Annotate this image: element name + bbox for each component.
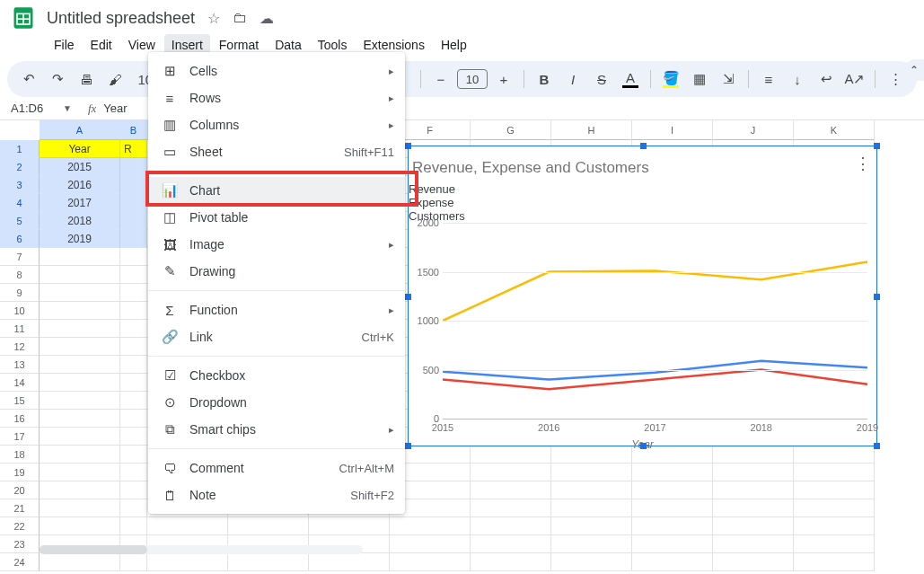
cell-B8[interactable] <box>120 266 147 284</box>
cell-A15[interactable] <box>40 392 120 410</box>
cell-B19[interactable] <box>120 464 147 481</box>
cell-G24[interactable] <box>471 553 551 571</box>
embedded-chart[interactable]: ⋮ Revenue, Expense and Customers Revenue… <box>408 146 877 446</box>
cell-B9[interactable] <box>120 284 147 302</box>
cell-D22[interactable] <box>228 517 309 535</box>
cell-I24[interactable] <box>632 553 713 571</box>
redo-button[interactable]: ↷ <box>45 66 70 92</box>
row-head-15[interactable]: 15 <box>0 392 40 410</box>
cell-J19[interactable] <box>713 464 794 481</box>
cell-H23[interactable] <box>551 535 632 553</box>
insert-columns[interactable]: ▥Columns▸ <box>148 111 405 138</box>
cell-B6[interactable] <box>120 230 147 248</box>
row-head-21[interactable]: 21 <box>0 499 40 517</box>
cell-A8[interactable] <box>40 266 120 284</box>
menu-help[interactable]: Help <box>434 34 474 56</box>
cell-J20[interactable] <box>713 481 794 499</box>
move-icon[interactable]: 🗀 <box>233 10 247 27</box>
insert-smartchips[interactable]: ⧉Smart chips▸ <box>148 416 405 443</box>
row-head-3[interactable]: 3 <box>0 176 40 194</box>
undo-button[interactable]: ↶ <box>16 66 41 92</box>
col-head-B[interactable]: B <box>120 120 147 140</box>
row-head-17[interactable]: 17 <box>0 428 40 446</box>
cell-A2[interactable]: 2015 <box>40 158 120 176</box>
cell-B12[interactable] <box>120 338 147 356</box>
fontsize-input[interactable]: 10 <box>457 69 488 89</box>
formula-input[interactable]: Year <box>103 102 127 115</box>
row-head-6[interactable]: 6 <box>0 230 40 248</box>
horizontal-scrollbar[interactable] <box>40 545 363 554</box>
cell-A10[interactable] <box>40 302 120 320</box>
cell-A9[interactable] <box>40 284 120 302</box>
cell-A1[interactable]: Year <box>40 140 120 158</box>
cell-B13[interactable] <box>120 356 147 374</box>
col-head-G[interactable]: G <box>471 120 551 140</box>
insert-rows[interactable]: ≡Rows▸ <box>148 84 405 111</box>
cell-G23[interactable] <box>471 535 551 553</box>
paint-format-button[interactable]: 🖌 <box>102 66 128 92</box>
row-head-8[interactable]: 8 <box>0 266 40 284</box>
cell-B16[interactable] <box>120 410 147 428</box>
cell-B22[interactable] <box>120 517 147 535</box>
row-head-16[interactable]: 16 <box>0 410 40 428</box>
sidebar-toggle[interactable]: ⌃ <box>904 59 924 81</box>
namebox-dropdown-icon[interactable]: ▼ <box>63 103 72 113</box>
cell-E22[interactable] <box>309 517 390 535</box>
cell-H24[interactable] <box>551 553 632 571</box>
insert-pivot[interactable]: ◫Pivot table <box>148 204 405 231</box>
row-head-13[interactable]: 13 <box>0 356 40 374</box>
insert-image[interactable]: 🖼Image▸ <box>148 231 405 258</box>
strike-button[interactable]: S <box>589 66 614 92</box>
cell-E24[interactable] <box>309 553 390 571</box>
row-head-5[interactable]: 5 <box>0 212 40 230</box>
cell-A5[interactable]: 2018 <box>40 212 120 230</box>
cell-B20[interactable] <box>120 481 147 499</box>
cell-B24[interactable] <box>120 553 147 571</box>
merge-button[interactable]: ⇲ <box>716 66 741 92</box>
row-head-20[interactable]: 20 <box>0 481 40 499</box>
chart-menu-button[interactable]: ⋮ <box>855 154 871 173</box>
cell-B15[interactable] <box>120 392 147 410</box>
row-head-14[interactable]: 14 <box>0 374 40 392</box>
cell-B17[interactable] <box>120 428 147 446</box>
cell-A20[interactable] <box>40 481 120 499</box>
cell-A18[interactable] <box>40 446 120 464</box>
cell-I23[interactable] <box>632 535 713 553</box>
cell-H19[interactable] <box>551 464 632 481</box>
valign-button[interactable]: ↓ <box>785 66 810 92</box>
cell-H21[interactable] <box>551 499 632 517</box>
cell-A19[interactable] <box>40 464 120 481</box>
cell-A6[interactable]: 2019 <box>40 230 120 248</box>
insert-note[interactable]: 🗒NoteShift+F2 <box>148 481 405 508</box>
cell-F24[interactable] <box>390 553 471 571</box>
cell-F23[interactable] <box>390 535 471 553</box>
cell-B1[interactable]: R <box>120 140 147 158</box>
insert-dropdown[interactable]: ⊙Dropdown <box>148 389 405 416</box>
cell-A17[interactable] <box>40 428 120 446</box>
cell-B5[interactable] <box>120 212 147 230</box>
cell-A21[interactable] <box>40 499 120 517</box>
cell-A16[interactable] <box>40 410 120 428</box>
wrap-button[interactable]: ↩ <box>814 66 839 92</box>
sheets-logo[interactable] <box>7 2 40 34</box>
cell-K23[interactable] <box>794 535 875 553</box>
cell-I21[interactable] <box>632 499 713 517</box>
cell-J21[interactable] <box>713 499 794 517</box>
cell-J24[interactable] <box>713 553 794 571</box>
text-color-button[interactable]: A <box>618 66 643 92</box>
cell-K22[interactable] <box>794 517 875 535</box>
row-head-12[interactable]: 12 <box>0 338 40 356</box>
cell-K19[interactable] <box>794 464 875 481</box>
col-head-A[interactable]: A <box>40 120 120 140</box>
cell-B14[interactable] <box>120 374 147 392</box>
cell-G19[interactable] <box>471 464 551 481</box>
row-head-7[interactable]: 7 <box>0 248 40 266</box>
name-box[interactable]: A1:D6 <box>7 100 61 117</box>
cell-C24[interactable] <box>147 553 228 571</box>
col-head-K[interactable]: K <box>794 120 875 140</box>
row-head-9[interactable]: 9 <box>0 284 40 302</box>
cell-A3[interactable]: 2016 <box>40 176 120 194</box>
cell-G21[interactable] <box>471 499 551 517</box>
insert-drawing[interactable]: ✎Drawing <box>148 258 405 285</box>
row-head-23[interactable]: 23 <box>0 535 40 553</box>
